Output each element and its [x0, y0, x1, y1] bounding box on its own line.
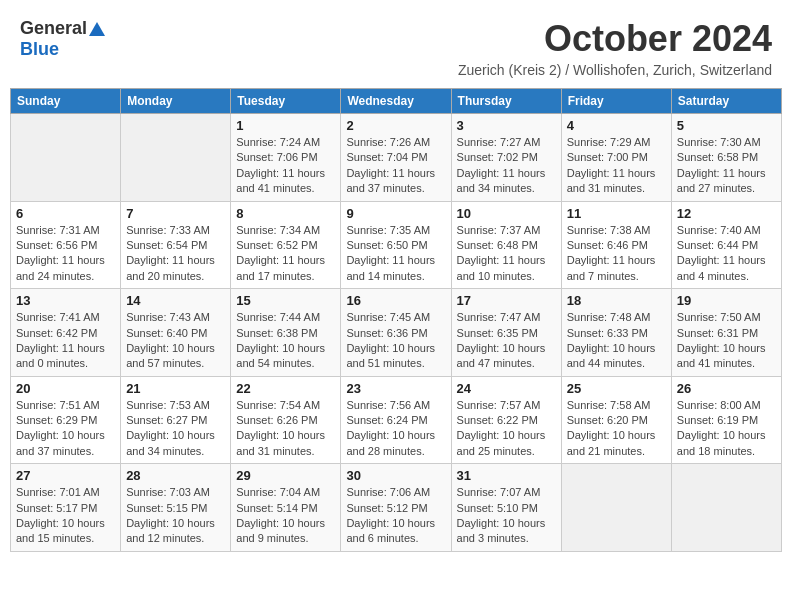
- calendar-cell: 16Sunrise: 7:45 AMSunset: 6:36 PMDayligh…: [341, 289, 451, 377]
- day-number: 7: [126, 206, 225, 221]
- calendar-day-header: Thursday: [451, 89, 561, 114]
- calendar-table: SundayMondayTuesdayWednesdayThursdayFrid…: [10, 88, 782, 552]
- day-info: Sunrise: 7:04 AMSunset: 5:14 PMDaylight:…: [236, 485, 335, 547]
- calendar-cell: 22Sunrise: 7:54 AMSunset: 6:26 PMDayligh…: [231, 376, 341, 464]
- day-info: Sunrise: 7:35 AMSunset: 6:50 PMDaylight:…: [346, 223, 445, 285]
- day-info: Sunrise: 7:37 AMSunset: 6:48 PMDaylight:…: [457, 223, 556, 285]
- day-info: Sunrise: 7:54 AMSunset: 6:26 PMDaylight:…: [236, 398, 335, 460]
- day-number: 1: [236, 118, 335, 133]
- logo-triangle-icon: [89, 22, 105, 36]
- day-info: Sunrise: 7:44 AMSunset: 6:38 PMDaylight:…: [236, 310, 335, 372]
- day-info: Sunrise: 7:57 AMSunset: 6:22 PMDaylight:…: [457, 398, 556, 460]
- calendar-cell: 20Sunrise: 7:51 AMSunset: 6:29 PMDayligh…: [11, 376, 121, 464]
- day-number: 27: [16, 468, 115, 483]
- calendar-cell: 17Sunrise: 7:47 AMSunset: 6:35 PMDayligh…: [451, 289, 561, 377]
- calendar-day-header: Sunday: [11, 89, 121, 114]
- calendar-cell: 26Sunrise: 8:00 AMSunset: 6:19 PMDayligh…: [671, 376, 781, 464]
- calendar-cell: 13Sunrise: 7:41 AMSunset: 6:42 PMDayligh…: [11, 289, 121, 377]
- day-info: Sunrise: 7:31 AMSunset: 6:56 PMDaylight:…: [16, 223, 115, 285]
- calendar-cell: [671, 464, 781, 552]
- day-number: 17: [457, 293, 556, 308]
- day-info: Sunrise: 7:58 AMSunset: 6:20 PMDaylight:…: [567, 398, 666, 460]
- day-info: Sunrise: 7:30 AMSunset: 6:58 PMDaylight:…: [677, 135, 776, 197]
- day-info: Sunrise: 7:33 AMSunset: 6:54 PMDaylight:…: [126, 223, 225, 285]
- day-number: 23: [346, 381, 445, 396]
- calendar-cell: 15Sunrise: 7:44 AMSunset: 6:38 PMDayligh…: [231, 289, 341, 377]
- calendar-cell: [11, 114, 121, 202]
- calendar-week-row: 6Sunrise: 7:31 AMSunset: 6:56 PMDaylight…: [11, 201, 782, 289]
- day-number: 8: [236, 206, 335, 221]
- day-info: Sunrise: 7:01 AMSunset: 5:17 PMDaylight:…: [16, 485, 115, 547]
- day-info: Sunrise: 7:06 AMSunset: 5:12 PMDaylight:…: [346, 485, 445, 547]
- calendar-cell: 24Sunrise: 7:57 AMSunset: 6:22 PMDayligh…: [451, 376, 561, 464]
- calendar-cell: 29Sunrise: 7:04 AMSunset: 5:14 PMDayligh…: [231, 464, 341, 552]
- day-number: 26: [677, 381, 776, 396]
- title-section: October 2024 Zuerich (Kreis 2) / Wollish…: [458, 18, 772, 78]
- day-number: 10: [457, 206, 556, 221]
- day-info: Sunrise: 7:27 AMSunset: 7:02 PMDaylight:…: [457, 135, 556, 197]
- calendar-cell: 7Sunrise: 7:33 AMSunset: 6:54 PMDaylight…: [121, 201, 231, 289]
- calendar-cell: 31Sunrise: 7:07 AMSunset: 5:10 PMDayligh…: [451, 464, 561, 552]
- calendar-cell: 5Sunrise: 7:30 AMSunset: 6:58 PMDaylight…: [671, 114, 781, 202]
- logo: General Blue: [20, 18, 105, 60]
- day-number: 28: [126, 468, 225, 483]
- day-number: 13: [16, 293, 115, 308]
- day-number: 24: [457, 381, 556, 396]
- day-number: 18: [567, 293, 666, 308]
- calendar-week-row: 27Sunrise: 7:01 AMSunset: 5:17 PMDayligh…: [11, 464, 782, 552]
- day-info: Sunrise: 7:07 AMSunset: 5:10 PMDaylight:…: [457, 485, 556, 547]
- day-number: 15: [236, 293, 335, 308]
- day-info: Sunrise: 7:34 AMSunset: 6:52 PMDaylight:…: [236, 223, 335, 285]
- day-number: 21: [126, 381, 225, 396]
- calendar-cell: 3Sunrise: 7:27 AMSunset: 7:02 PMDaylight…: [451, 114, 561, 202]
- day-info: Sunrise: 7:41 AMSunset: 6:42 PMDaylight:…: [16, 310, 115, 372]
- day-info: Sunrise: 7:24 AMSunset: 7:06 PMDaylight:…: [236, 135, 335, 197]
- day-info: Sunrise: 7:51 AMSunset: 6:29 PMDaylight:…: [16, 398, 115, 460]
- day-info: Sunrise: 7:56 AMSunset: 6:24 PMDaylight:…: [346, 398, 445, 460]
- day-number: 16: [346, 293, 445, 308]
- calendar-day-header: Wednesday: [341, 89, 451, 114]
- day-number: 19: [677, 293, 776, 308]
- day-number: 30: [346, 468, 445, 483]
- calendar-cell: 28Sunrise: 7:03 AMSunset: 5:15 PMDayligh…: [121, 464, 231, 552]
- day-number: 25: [567, 381, 666, 396]
- day-number: 4: [567, 118, 666, 133]
- month-title: October 2024: [458, 18, 772, 60]
- calendar-week-row: 13Sunrise: 7:41 AMSunset: 6:42 PMDayligh…: [11, 289, 782, 377]
- calendar-cell: 1Sunrise: 7:24 AMSunset: 7:06 PMDaylight…: [231, 114, 341, 202]
- day-info: Sunrise: 8:00 AMSunset: 6:19 PMDaylight:…: [677, 398, 776, 460]
- day-info: Sunrise: 7:26 AMSunset: 7:04 PMDaylight:…: [346, 135, 445, 197]
- day-number: 31: [457, 468, 556, 483]
- day-number: 29: [236, 468, 335, 483]
- calendar-cell: 23Sunrise: 7:56 AMSunset: 6:24 PMDayligh…: [341, 376, 451, 464]
- calendar-cell: 11Sunrise: 7:38 AMSunset: 6:46 PMDayligh…: [561, 201, 671, 289]
- calendar-day-header: Saturday: [671, 89, 781, 114]
- calendar-cell: 8Sunrise: 7:34 AMSunset: 6:52 PMDaylight…: [231, 201, 341, 289]
- calendar-cell: 12Sunrise: 7:40 AMSunset: 6:44 PMDayligh…: [671, 201, 781, 289]
- calendar-cell: 10Sunrise: 7:37 AMSunset: 6:48 PMDayligh…: [451, 201, 561, 289]
- day-number: 5: [677, 118, 776, 133]
- day-number: 12: [677, 206, 776, 221]
- calendar-cell: [121, 114, 231, 202]
- logo-general-text: General: [20, 18, 87, 39]
- calendar-cell: 9Sunrise: 7:35 AMSunset: 6:50 PMDaylight…: [341, 201, 451, 289]
- day-info: Sunrise: 7:48 AMSunset: 6:33 PMDaylight:…: [567, 310, 666, 372]
- page-header: General Blue October 2024 Zuerich (Kreis…: [10, 10, 782, 82]
- calendar-day-header: Monday: [121, 89, 231, 114]
- day-number: 3: [457, 118, 556, 133]
- location-subtitle: Zuerich (Kreis 2) / Wollishofen, Zurich,…: [458, 62, 772, 78]
- calendar-day-header: Friday: [561, 89, 671, 114]
- day-info: Sunrise: 7:53 AMSunset: 6:27 PMDaylight:…: [126, 398, 225, 460]
- day-number: 9: [346, 206, 445, 221]
- day-number: 22: [236, 381, 335, 396]
- day-number: 6: [16, 206, 115, 221]
- calendar-cell: 6Sunrise: 7:31 AMSunset: 6:56 PMDaylight…: [11, 201, 121, 289]
- calendar-week-row: 20Sunrise: 7:51 AMSunset: 6:29 PMDayligh…: [11, 376, 782, 464]
- day-info: Sunrise: 7:38 AMSunset: 6:46 PMDaylight:…: [567, 223, 666, 285]
- calendar-cell: 25Sunrise: 7:58 AMSunset: 6:20 PMDayligh…: [561, 376, 671, 464]
- day-info: Sunrise: 7:43 AMSunset: 6:40 PMDaylight:…: [126, 310, 225, 372]
- day-info: Sunrise: 7:50 AMSunset: 6:31 PMDaylight:…: [677, 310, 776, 372]
- calendar-cell: 30Sunrise: 7:06 AMSunset: 5:12 PMDayligh…: [341, 464, 451, 552]
- calendar-cell: 4Sunrise: 7:29 AMSunset: 7:00 PMDaylight…: [561, 114, 671, 202]
- day-info: Sunrise: 7:47 AMSunset: 6:35 PMDaylight:…: [457, 310, 556, 372]
